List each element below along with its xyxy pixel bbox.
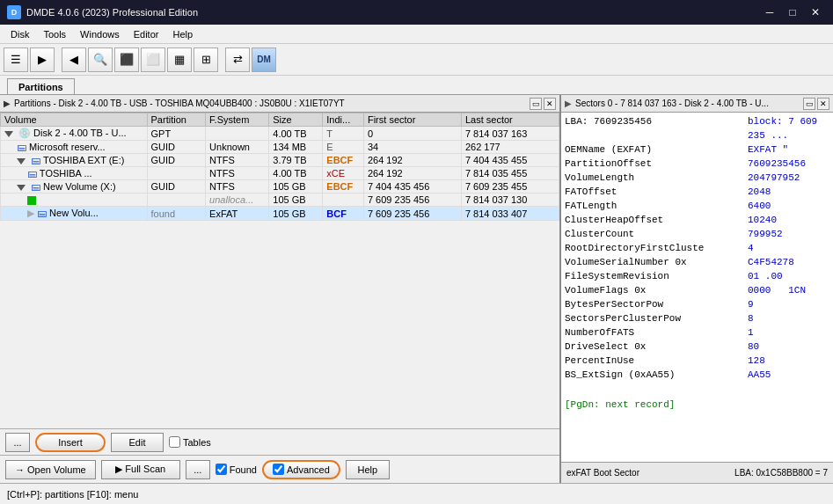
toolbar-transfer-btn[interactable]: ⇄ [225,47,250,72]
col-partition[interactable]: Partition [147,113,206,127]
insert-button[interactable]: Insert [35,433,106,452]
dots-button-1[interactable]: ... [5,433,30,452]
sector-line: ClusterHeapOffset 10240 [565,213,829,227]
col-volume[interactable]: Volume [1,113,148,127]
menu-bar: Disk Tools Windows Editor Help [0,25,833,44]
sector-bottom-label: exFAT Boot Sector [566,468,639,478]
toolbar-func1-btn[interactable]: ⬛ [114,47,139,72]
toolbar-play-btn[interactable]: ▶ [30,47,55,72]
title-bar: D DMDE 4.0.6 (2023) Professional Edition… [0,0,833,25]
app-icon: D [7,5,21,19]
sector-line: OEMName (EXFAT) EXFAT " [565,142,829,157]
drive-icon: 🖴 [17,142,26,152]
toolbar-dmde-btn[interactable]: DM [252,47,276,72]
disk-icon: 💿 [18,128,31,138]
close-button[interactable]: ✕ [805,4,826,21]
tables-checkbox-label[interactable]: Tables [169,436,211,448]
table-row[interactable]: 🖴 New Volume (X:) GUID NTFS 105 GB EBCF … [1,180,559,194]
open-volume-button[interactable]: → Open Volume [5,460,96,479]
toolbar: ☰ ▶ ◀ 🔍 ⬛ ⬜ ▦ ⊞ ⇄ DM [0,44,833,76]
sector-line: VolumeLength 204797952 [565,171,829,185]
menu-help[interactable]: Help [165,25,200,43]
found-checkbox[interactable] [216,464,227,475]
toolbar-func2-btn[interactable]: ⬜ [141,47,165,72]
full-scan-button[interactable]: ▶ Full Scan [101,460,180,479]
right-panel: ▶ Sectors 0 - 7 814 037 163 - Disk 2 - 4… [561,95,833,483]
sector-line: NumberOfFATS 1 [565,325,829,340]
table-row[interactable]: 🖴 Microsoft reserv... GUID Unknown 134 M… [1,141,559,154]
expand-icon [4,131,13,137]
sector-note: [PgDn: next record] [565,399,829,410]
right-panel-close-btn[interactable]: ✕ [817,98,829,110]
panel-restore-btn[interactable]: ▭ [530,98,542,110]
drive-icon: 🖴 [31,181,40,192]
sector-line: VolumeSerialNumber 0x C4F54278 [565,255,829,269]
left-panel-title-text: Partitions - Disk 2 - 4.00 TB - USB - TO… [14,99,345,108]
bottom-area-2: → Open Volume ▶ Full Scan ... Found Adva… [0,455,559,483]
status-bar: [Ctrl+P]: partitions [F10]: menu [0,483,833,504]
sector-lba-value: LBA: 0x1C58BB800 = 7 [734,468,828,478]
edit-button[interactable]: Edit [111,433,164,452]
tab-partitions[interactable]: Partitions [7,78,75,94]
toolbar-func4-btn[interactable]: ⊞ [194,47,218,72]
advanced-button[interactable]: Advanced [262,460,340,479]
minimize-button[interactable]: ─ [759,4,780,21]
panel-close-btn[interactable]: ✕ [544,98,556,110]
drive-icon: 🖴 [27,168,37,179]
sector-line: SectorsPerClusterPow 8 [565,311,829,325]
col-fsystem[interactable]: F.System [206,113,269,127]
dots-button-2[interactable]: ... [186,460,210,479]
drive-expand-icon [17,158,26,164]
toolbar-list-btn[interactable]: ☰ [4,47,28,72]
sector-line: BS_ExtSign (0xAA55) AA55 [565,368,829,382]
green-square-icon [27,196,36,205]
table-row[interactable]: 💿 Disk 2 - 4.00 TB - U... GPT 4.00 TB T … [1,127,559,141]
right-panel-title-text: Sectors 0 - 7 814 037 163 - Disk 2 - 4.0… [575,99,769,108]
sector-line: BytesPerSectorPow 9 [565,297,829,311]
drive-icon: 🖴 [37,208,47,218]
menu-windows[interactable]: Windows [73,25,127,43]
toolbar-find-btn[interactable]: 🔍 [88,47,113,72]
maximize-button[interactable]: □ [782,4,803,21]
status-text: [Ctrl+P]: partitions [F10]: menu [7,489,138,500]
menu-editor[interactable]: Editor [127,25,166,43]
main-area: ▶ Partitions - Disk 2 - 4.00 TB - USB - … [0,95,833,483]
table-row[interactable]: ▶ 🖴 New Volu... found ExFAT 105 GB BCF 7… [1,207,559,221]
drive-expand-icon3: ▶ [27,208,34,218]
sector-line: ClusterCount 799952 [565,227,829,241]
title-text: DMDE 4.0.6 (2023) Professional Edition [26,7,198,18]
col-size[interactable]: Size [269,113,323,127]
found-checkbox-label[interactable]: Found [216,464,257,475]
sector-line: FATLength 6400 [565,199,829,213]
sector-line: PercentInUse 128 [565,354,829,368]
help-button[interactable]: Help [346,460,390,479]
menu-tools[interactable]: Tools [36,25,73,43]
partition-table[interactable]: Volume Partition F.System Size Indi... F… [0,113,559,428]
col-last[interactable]: Last sector [461,113,559,127]
sector-view[interactable]: LBA: 7609235456 block: 7 609 235 ... OEM… [561,113,833,462]
advanced-checkbox [273,464,284,475]
menu-disk[interactable]: Disk [4,25,36,43]
col-first[interactable]: First sector [363,113,461,127]
sector-line: RootDirectoryFirstCluste 4 [565,241,829,255]
table-row[interactable]: unalloca... 105 GB 7 609 235 456 7 814 0… [1,194,559,207]
sector-line: FATOffset 2048 [565,185,829,199]
sector-line: DriveSelect 0x 80 [565,340,829,354]
sector-line: LBA: 7609235456 block: 7 609 235 ... [565,114,829,142]
sector-line: PartitionOffset 7609235456 [565,157,829,171]
right-panel-title: ▶ Sectors 0 - 7 814 037 163 - Disk 2 - 4… [561,95,833,113]
table-row[interactable]: 🖴 TOSHIBA EXT (E:) GUID NTFS 3.79 TB EBC… [1,154,559,167]
bottom-area-1: ... Insert Edit Tables [0,428,559,455]
tables-checkbox[interactable] [169,436,180,448]
left-panel: ▶ Partitions - Disk 2 - 4.00 TB - USB - … [0,95,561,483]
table-row[interactable]: 🖴 TOSHIBA ... NTFS 4.00 TB xCE 264 192 7… [1,167,559,180]
toolbar-back-btn[interactable]: ◀ [62,47,86,72]
col-indi[interactable]: Indi... [323,113,364,127]
right-panel-bottom: exFAT Boot Sector LBA: 0x1C58BB800 = 7 [561,462,833,483]
left-panel-title: ▶ Partitions - Disk 2 - 4.00 TB - USB - … [0,95,559,113]
sector-line: FileSystemRevision 01 .00 [565,269,829,283]
toolbar-func3-btn[interactable]: ▦ [167,47,192,72]
sector-line: VolumeFlags 0x 0000 1CN [565,283,829,297]
tab-strip: Partitions [0,76,833,95]
right-panel-restore-btn[interactable]: ▭ [803,98,815,110]
